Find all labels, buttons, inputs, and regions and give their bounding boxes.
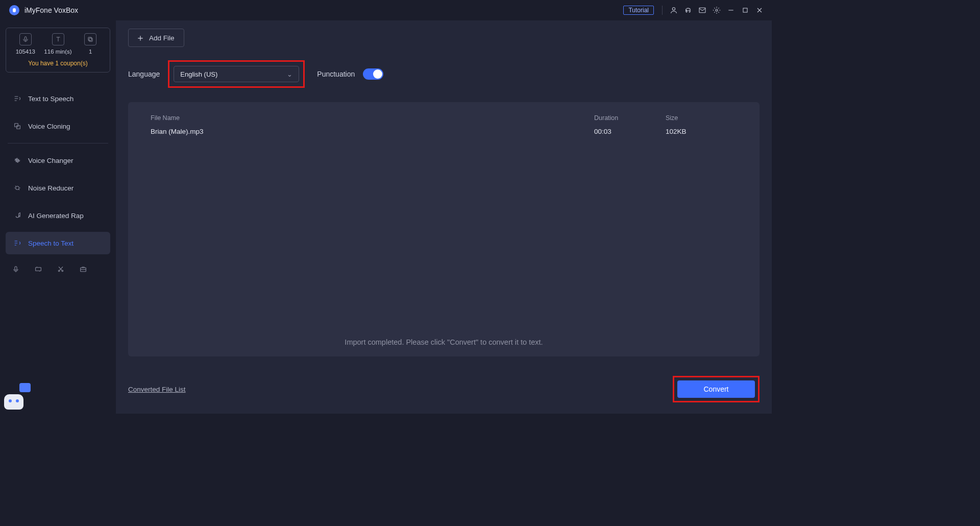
mail-icon[interactable] — [696, 4, 709, 17]
svg-rect-3 — [699, 8, 705, 12]
add-file-button[interactable]: ＋ Add File — [128, 29, 184, 47]
punctuation-label: Punctuation — [317, 70, 355, 78]
svg-point-15 — [58, 270, 60, 272]
stat-characters-value: 105413 — [16, 49, 35, 55]
footer: Converted File List Convert — [128, 375, 760, 403]
sidebar: 105413 116 min(s) 1 You have 1 coupon(s)… — [0, 20, 116, 414]
account-icon[interactable] — [667, 4, 680, 17]
svg-point-4 — [716, 9, 718, 11]
language-highlight-box: English (US) ⌄ — [168, 60, 305, 88]
language-value: English (US) — [180, 70, 217, 78]
plus-icon: ＋ — [136, 33, 145, 42]
import-status-message: Import completed. Please click "Convert"… — [128, 338, 760, 346]
convert-highlight-box: Convert — [673, 376, 760, 402]
svg-rect-8 — [88, 37, 91, 40]
svg-rect-14 — [36, 268, 41, 271]
convert-button[interactable]: Convert — [677, 380, 755, 398]
sidebar-item-voice-cloning[interactable]: Voice Cloning — [6, 115, 110, 137]
svg-rect-13 — [15, 267, 17, 270]
svg-point-16 — [62, 270, 63, 272]
app-title: iMyFone VoxBox — [24, 6, 78, 14]
svg-point-11 — [16, 186, 19, 190]
tts-icon — [13, 94, 22, 103]
stat-minutes[interactable]: 116 min(s) — [42, 33, 75, 55]
chevron-down-icon: ⌄ — [287, 70, 292, 78]
maximize-icon[interactable] — [739, 4, 752, 17]
titlebar: iMyFone VoxBox Tutorial — [0, 0, 772, 20]
convert-icon[interactable] — [33, 264, 43, 274]
svg-point-12 — [19, 216, 20, 217]
copies-icon — [84, 33, 96, 45]
svg-rect-5 — [743, 8, 747, 12]
col-size: Size — [666, 114, 737, 122]
col-file-name: File Name — [151, 114, 594, 122]
language-select[interactable]: English (US) ⌄ — [174, 66, 299, 82]
close-icon[interactable] — [753, 4, 766, 17]
sidebar-item-label: Speech to Text — [28, 240, 74, 247]
mic-icon — [19, 33, 32, 45]
stt-icon — [13, 238, 22, 248]
sidebar-item-voice-changer[interactable]: Voice Changer — [6, 149, 110, 172]
rap-icon — [13, 211, 22, 220]
nav-separator — [8, 143, 108, 144]
file-table-header: File Name Duration Size — [140, 111, 747, 125]
add-file-label: Add File — [149, 34, 175, 42]
sidebar-item-label: Voice Changer — [28, 157, 74, 164]
stat-minutes-value: 116 min(s) — [44, 49, 71, 55]
stat-clones-value: 1 — [89, 49, 92, 55]
language-label: Language — [128, 70, 160, 78]
sidebar-item-text-to-speech[interactable]: Text to Speech — [6, 87, 110, 110]
noise-reducer-icon — [13, 183, 22, 193]
svg-rect-6 — [24, 37, 27, 40]
converted-file-list-link[interactable]: Converted File List — [128, 386, 186, 393]
assistant-bot-icon[interactable] — [3, 384, 30, 411]
nav: Text to Speech Voice Cloning Voice Chang… — [6, 85, 110, 257]
svg-point-2 — [689, 10, 689, 11]
titlebar-divider — [662, 6, 663, 15]
sidebar-item-label: Voice Cloning — [28, 123, 70, 130]
clone-icon — [13, 122, 22, 131]
svg-point-1 — [687, 10, 687, 11]
app-logo-icon — [9, 5, 19, 15]
sidebar-item-noise-reducer[interactable]: Noise Reducer — [6, 177, 110, 199]
usage-stats-card: 105413 116 min(s) 1 You have 1 coupon(s) — [6, 28, 110, 73]
svg-rect-10 — [17, 126, 20, 129]
table-row[interactable]: Brian (Male).mp3 00:03 102KB — [140, 125, 747, 138]
minimize-icon[interactable] — [724, 4, 738, 17]
col-duration: Duration — [594, 114, 666, 122]
cut-icon[interactable] — [56, 264, 66, 274]
main-panel: ＋ Add File Language English (US) ⌄ Punct… — [116, 20, 772, 414]
tool-row — [6, 257, 110, 274]
settings-icon[interactable] — [710, 4, 723, 17]
sidebar-item-ai-generated-rap[interactable]: AI Generated Rap — [6, 204, 110, 227]
sidebar-item-speech-to-text[interactable]: Speech to Text — [6, 232, 110, 254]
record-icon[interactable] — [11, 264, 21, 274]
coupon-banner[interactable]: You have 1 coupon(s) — [9, 60, 107, 67]
cell-file-name: Brian (Male).mp3 — [151, 128, 594, 135]
sidebar-item-label: AI Generated Rap — [28, 212, 84, 220]
voice-changer-icon — [13, 156, 22, 165]
cell-size: 102KB — [666, 128, 737, 135]
tutorial-button[interactable]: Tutorial — [623, 6, 654, 15]
sidebar-item-label: Text to Speech — [28, 95, 74, 103]
text-icon — [52, 33, 64, 45]
cell-duration: 00:03 — [594, 128, 666, 135]
stat-characters[interactable]: 105413 — [9, 33, 42, 55]
sidebar-item-label: Noise Reducer — [28, 184, 74, 192]
punctuation-toggle[interactable] — [363, 68, 383, 80]
svg-rect-7 — [89, 38, 92, 41]
stat-clones[interactable]: 1 — [74, 33, 107, 55]
toolbox-icon[interactable] — [78, 264, 88, 274]
discord-icon[interactable] — [681, 4, 695, 17]
file-list-panel: File Name Duration Size Brian (Male).mp3… — [128, 102, 760, 356]
svg-point-0 — [672, 8, 675, 10]
svg-rect-9 — [15, 124, 18, 127]
